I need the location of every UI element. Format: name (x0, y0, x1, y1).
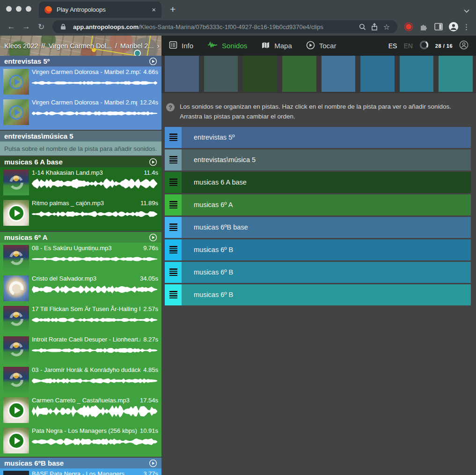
breadcrumb-parent[interactable]: Virgen Carmen Dol... (49, 42, 112, 50)
nav-item-tocar[interactable]: Tocar (306, 41, 337, 51)
menu-dots-icon[interactable]: ⋮ (462, 22, 471, 31)
clip-thumbnail[interactable] (3, 336, 29, 362)
drag-handle[interactable] (165, 172, 182, 193)
track-row-body[interactable]: musicas 6º B (182, 239, 471, 260)
nav-item-label: Info (182, 42, 193, 50)
track-play-button[interactable] (149, 57, 157, 66)
drag-handle[interactable] (165, 149, 182, 171)
clip-thumbnail[interactable] (3, 275, 29, 301)
new-tab-button[interactable]: + (170, 4, 176, 14)
track-color-block[interactable] (400, 56, 434, 92)
clip[interactable]: Introit Rorate Caeli Desuper - Lionheart… (0, 334, 161, 364)
clip[interactable]: 03 - Jaromír Horák & Konrádyho dudácká .… (0, 364, 161, 395)
nav-item-mapa[interactable]: Mapa (261, 41, 292, 51)
clip-thumbnail[interactable] (3, 428, 29, 453)
track-row-label: musicas 6ºB base (194, 223, 248, 231)
back-arrow-icon[interactable]: ← (5, 22, 18, 31)
share-icon[interactable] (368, 23, 381, 30)
drag-handle[interactable] (165, 127, 182, 148)
breadcrumb-current[interactable]: Maribel 2... (120, 42, 154, 50)
avatar-icon[interactable] (447, 22, 460, 32)
drag-handle[interactable] (165, 217, 182, 238)
track-color-block[interactable] (165, 56, 199, 92)
clip-thumbnail[interactable] (3, 471, 29, 475)
track-row[interactable]: musicas 6º B (165, 284, 471, 305)
track-play-button[interactable] (149, 233, 157, 242)
track-play-button[interactable] (149, 459, 157, 468)
clip[interactable]: Carmen Carreto _ Castañuelas.mp317.54s (0, 395, 161, 425)
tab-close-icon[interactable]: × (152, 6, 156, 13)
track-row-body[interactable]: entrevistas 5º (182, 127, 471, 148)
reload-icon[interactable]: ↻ (35, 22, 48, 32)
puzzle-extensions-icon[interactable] (417, 22, 430, 31)
clip[interactable]: 08 - Es Sakūru Uguntiņu.mp39.76s (0, 243, 161, 273)
breadcrumb[interactable]: Kleos 2022 // Virgen Carmen Dol... / Mar… (0, 36, 161, 56)
track-header[interactable]: musicas 6ºB base (0, 458, 161, 468)
track-row[interactable]: musicas 6ºB base (165, 217, 471, 238)
close-window-button[interactable] (6, 6, 12, 12)
track-row-body[interactable]: musicas 6º B (182, 262, 471, 283)
track-row[interactable]: musicas 6º B (165, 262, 471, 283)
track-row[interactable]: musicas 6º B (165, 239, 471, 260)
account-icon[interactable] (459, 40, 469, 52)
track-row-body[interactable]: musicas 6º A (182, 194, 471, 215)
track-color-block[interactable] (282, 56, 316, 92)
track-row[interactable]: musicas 6 A base (165, 172, 471, 193)
record-extension-icon[interactable] (402, 22, 415, 31)
track-color-block[interactable] (360, 56, 395, 92)
clip-thumbnail[interactable] (3, 69, 29, 95)
breadcrumb-root[interactable]: Kleos 2022 (4, 42, 38, 50)
track-play-button[interactable] (149, 158, 157, 166)
breadcrumb-expand-icon[interactable]: › (157, 42, 160, 50)
drag-handle[interactable] (165, 284, 182, 305)
clip-thumbnail[interactable] (3, 397, 29, 423)
clip[interactable]: Ritmo palmas _ cajón.mp311.89s (0, 198, 161, 228)
side-panel-icon[interactable] (432, 23, 445, 30)
drag-handle[interactable] (165, 194, 182, 215)
track-color-block[interactable] (322, 56, 356, 92)
language-en-button[interactable]: EN (403, 42, 412, 50)
clip[interactable]: 17 Till Flickan Som Är Tusen År-Halling … (0, 304, 161, 334)
track-color-block[interactable] (204, 56, 238, 92)
clip-thumbnail[interactable] (3, 170, 29, 195)
tab-search-chevron-icon[interactable] (464, 7, 469, 15)
track-row-body[interactable]: musicas 6 A base (182, 172, 471, 193)
track-color-block[interactable] (243, 56, 277, 92)
clip[interactable]: Virgen Carmen Dolorosa - Maribel 2.mp312… (0, 97, 161, 127)
track-header[interactable]: entrevistas\música 5 (0, 131, 161, 141)
track-row-body[interactable]: musicas 6º B (182, 284, 471, 305)
star-icon[interactable]: ☆ (381, 22, 393, 31)
track-row[interactable]: musicas 6º A (165, 194, 471, 215)
track-header[interactable]: entrevistas 5º (0, 56, 161, 67)
language-es-button[interactable]: ES (388, 42, 397, 50)
track-row[interactable]: entrevistas\música 5 (165, 149, 471, 171)
hamburger-icon (169, 291, 177, 298)
track-row[interactable]: entrevistas 5º (165, 127, 471, 148)
clip[interactable]: Cristo del Salvador.mp334.05s (0, 273, 161, 304)
track-title: entrevistas\música 5 (4, 132, 157, 140)
zoom-icon[interactable] (356, 23, 368, 30)
clip-thumbnail[interactable] (3, 245, 29, 271)
clip-thumbnail[interactable] (3, 200, 29, 226)
track-row-body[interactable]: entrevistas\música 5 (182, 149, 471, 171)
track-row-body[interactable]: musicas 6ºB base (182, 217, 471, 238)
address-bar[interactable]: app.antropoloops.com/Kleos-Santa-Marina/… (52, 20, 397, 33)
track-header[interactable]: musicas 6 A base (0, 156, 161, 167)
clip-thumbnail[interactable] (3, 306, 29, 332)
drag-handle[interactable] (165, 239, 182, 260)
clip[interactable]: Virgen Carmen Dolorosa - Maribel 2.mp34.… (0, 67, 161, 97)
nav-item-info[interactable]: Info (169, 41, 193, 51)
clip-thumbnail[interactable] (3, 99, 29, 125)
drag-handle[interactable] (165, 262, 182, 283)
minimize-window-button[interactable] (16, 6, 22, 12)
clip-thumbnail[interactable] (3, 367, 29, 393)
clip[interactable]: 1-14 Khakasian Land.mp311.4s (0, 167, 161, 198)
clip[interactable]: Pata Negra - Los Managers (256 kbps).mp3… (0, 425, 161, 456)
maximize-window-button[interactable] (26, 6, 31, 12)
browser-tab[interactable]: Play Antropoloops × (39, 1, 161, 18)
track-header[interactable]: musicas 6º A (0, 232, 161, 243)
clip[interactable]: BASE Pata Negra - Los Managers3.77s (0, 468, 161, 475)
nav-item-sonidos[interactable]: Sonidos (207, 41, 247, 50)
track-color-block[interactable] (439, 56, 473, 92)
forward-arrow-icon[interactable]: → (20, 22, 33, 31)
